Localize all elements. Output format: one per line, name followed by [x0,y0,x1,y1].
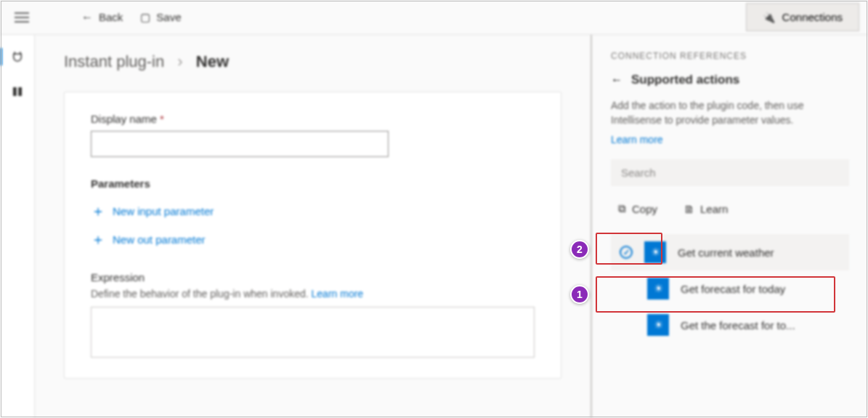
panel-eyebrow: CONNECTION REFERENCES [611,51,849,61]
breadcrumb-parent[interactable]: Instant plug-in [64,52,164,71]
new-out-parameter-link[interactable]: ＋ New out parameter [91,225,535,254]
back-arrow-icon[interactable]: ← [611,73,622,87]
expression-label: Expression [91,271,535,284]
rail-item-plugin[interactable] [6,47,29,67]
action-item-get-current-weather[interactable]: ✓ ☀ Get current weather [611,234,849,270]
panel-title: Supported actions [631,73,739,87]
weather-icon: ☀ [644,241,666,263]
breadcrumb-current: New [196,52,229,71]
panel-learn-more-link[interactable]: Learn more [611,134,663,145]
breadcrumb: Instant plug-in › New [64,52,561,71]
back-label: Back [99,11,123,23]
hamburger-icon[interactable] [15,17,29,18]
connections-button[interactable]: 🔌 Connections [746,3,859,31]
main-content: Instant plug-in › New Display name * Par… [35,35,591,418]
expression-textarea[interactable] [91,307,535,358]
search-input[interactable]: Search [611,159,849,186]
document-icon: 🗎 [684,203,694,215]
action-toolbar: ⧉ Copy 🗎 Learn [611,196,849,221]
save-button[interactable]: ▢ Save [131,5,190,30]
plug-icon: 🔌 [763,12,775,23]
learn-button[interactable]: 🗎 Learn [676,197,735,221]
expression-help: Define the behavior of the plug-in when … [91,288,535,300]
panel-description: Add the action to the plugin code, then … [611,99,849,127]
plus-icon: ＋ [91,201,105,221]
expression-learn-link[interactable]: Learn more [312,288,364,300]
svg-rect-0 [13,87,17,96]
svg-rect-1 [18,87,22,96]
connection-references-panel: CONNECTION REFERENCES ← Supported action… [592,35,868,418]
supported-actions-list: ✓ ☀ Get current weather ☀ Get forecast f… [611,234,849,343]
parameters-heading: Parameters [91,177,535,190]
action-label: Get current weather [678,246,774,259]
back-button[interactable]: ← Back [73,5,131,30]
action-label: Get forecast for today [681,283,785,295]
display-name-label: Display name * [91,113,535,125]
plus-icon: ＋ [91,230,105,249]
weather-icon: ☀ [647,314,669,336]
action-item-get-forecast-today[interactable]: ☀ Get forecast for today [611,270,849,307]
save-icon: ▢ [140,11,150,24]
left-rail [0,35,35,418]
display-name-input[interactable] [91,131,389,157]
arrow-left-icon: ← [81,11,93,24]
copy-button[interactable]: ⧉ Copy [611,196,665,221]
toolbar: ← Back ▢ Save 🔌 Connections [0,0,868,35]
save-label: Save [156,11,181,23]
rail-item-columns[interactable] [6,81,29,102]
weather-icon: ☀ [647,278,669,300]
chevron-right-icon: › [177,52,182,71]
new-input-parameter-link[interactable]: ＋ New input parameter [91,197,535,225]
action-item-get-forecast-range[interactable]: ☀ Get the forecast for to... [611,307,849,343]
form-card: Display name * Parameters ＋ New input pa… [64,92,561,379]
copy-icon: ⧉ [618,202,626,215]
action-label: Get the forecast for to... [681,319,795,331]
check-circle-icon: ✓ [620,246,633,259]
connections-label: Connections [782,11,843,23]
